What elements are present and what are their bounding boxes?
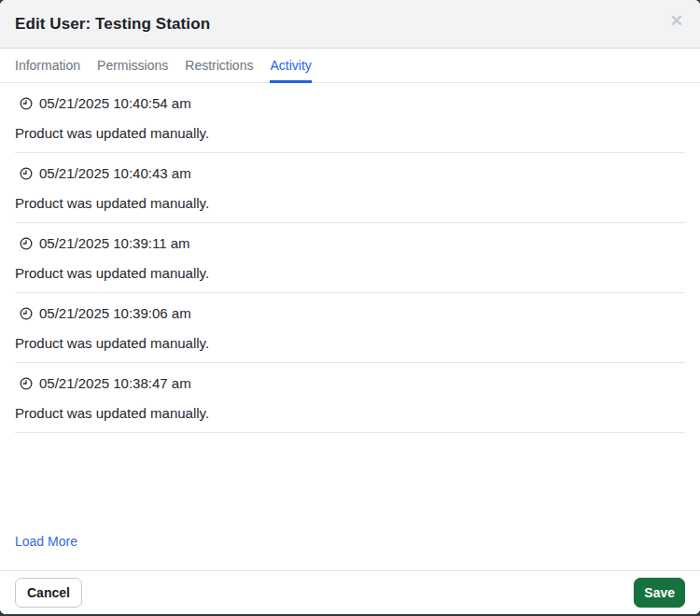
tab-information-label: Information	[15, 58, 80, 73]
clock-icon	[20, 237, 33, 250]
entry-message: Product was updated manually.	[15, 403, 685, 423]
clock-icon	[20, 97, 33, 110]
clock-icon	[20, 307, 33, 320]
edit-user-modal: Edit User: Testing Station ✕ Information…	[0, 0, 700, 614]
activity-entry: 05/21/2025 10:38:47 am Product was updat…	[15, 363, 685, 433]
activity-entry: 05/21/2025 10:40:54 am Product was updat…	[15, 83, 685, 153]
entry-timestamp: 05/21/2025 10:40:43 am	[39, 163, 191, 183]
modal-footer: Cancel Save	[0, 570, 700, 614]
entry-timestamp: 05/21/2025 10:39:06 am	[39, 303, 191, 323]
entry-message: Product was updated manually.	[15, 193, 685, 213]
entry-timestamp: 05/21/2025 10:39:11 am	[39, 233, 190, 253]
close-icon[interactable]: ✕	[668, 11, 685, 31]
activity-entry: 05/21/2025 10:39:11 am Product was updat…	[15, 223, 685, 293]
activity-list: 05/21/2025 10:40:54 am Product was updat…	[0, 83, 700, 570]
entry-timestamp: 05/21/2025 10:40:54 am	[39, 93, 191, 113]
clock-icon	[20, 377, 33, 390]
cancel-button[interactable]: Cancel	[15, 578, 82, 608]
entry-timestamp: 05/21/2025 10:38:47 am	[39, 373, 191, 393]
entry-timestamp-row: 05/21/2025 10:38:47 am	[15, 373, 685, 393]
tab-permissions[interactable]: Permissions	[97, 49, 168, 83]
clock-icon	[20, 167, 33, 180]
entry-timestamp-row: 05/21/2025 10:40:54 am	[15, 93, 685, 113]
modal-title: Edit User: Testing Station	[15, 15, 210, 34]
load-more-link[interactable]: Load More	[15, 534, 77, 549]
entry-timestamp-row: 05/21/2025 10:39:11 am	[15, 233, 685, 253]
entry-timestamp-row: 05/21/2025 10:39:06 am	[15, 303, 685, 323]
entry-message: Product was updated manually.	[15, 123, 685, 143]
entry-timestamp-row: 05/21/2025 10:40:43 am	[15, 163, 685, 183]
tab-activity[interactable]: Activity	[270, 49, 311, 83]
activity-entry: 05/21/2025 10:40:43 am Product was updat…	[15, 153, 685, 223]
tab-bar: Information Permissions Restrictions Act…	[0, 49, 700, 83]
tab-activity-label: Activity	[270, 58, 311, 73]
entry-message: Product was updated manually.	[15, 333, 685, 353]
tab-permissions-label: Permissions	[97, 58, 168, 73]
entry-message: Product was updated manually.	[15, 263, 685, 283]
activity-entry: 05/21/2025 10:39:06 am Product was updat…	[15, 293, 685, 363]
tab-information[interactable]: Information	[15, 49, 80, 83]
tab-restrictions-label: Restrictions	[185, 58, 253, 73]
tab-restrictions[interactable]: Restrictions	[185, 49, 253, 83]
modal-header: Edit User: Testing Station ✕	[0, 0, 700, 49]
save-button[interactable]: Save	[634, 578, 685, 608]
